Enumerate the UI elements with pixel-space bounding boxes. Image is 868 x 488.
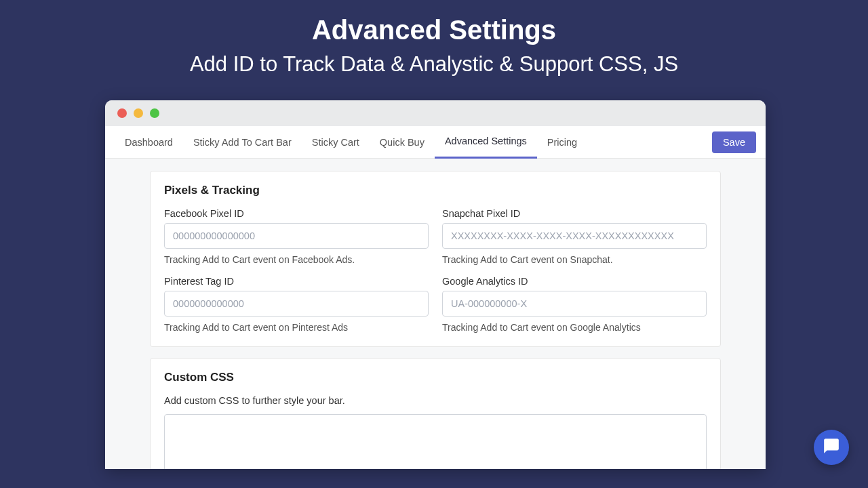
pinterest-tag-label: Pinterest Tag ID — [164, 276, 429, 287]
custom-css-textarea[interactable] — [164, 414, 707, 469]
tab-advanced-settings[interactable]: Advanced Settings — [435, 126, 537, 159]
close-icon[interactable] — [117, 108, 127, 118]
tab-bar: Dashboard Sticky Add To Cart Bar Sticky … — [105, 126, 766, 159]
tab-pricing[interactable]: Pricing — [537, 126, 587, 159]
hero-title: Advanced Settings — [0, 0, 868, 45]
facebook-pixel-help: Tracking Add to Cart event on Facebook A… — [164, 254, 429, 265]
snapchat-field-group: Snapchat Pixel ID Tracking Add to Cart e… — [442, 208, 707, 265]
facebook-pixel-input[interactable] — [164, 223, 429, 249]
google-field-group: Google Analytics ID Tracking Add to Cart… — [442, 276, 707, 333]
google-analytics-label: Google Analytics ID — [442, 276, 707, 287]
pixels-panel-title: Pixels & Tracking — [164, 184, 707, 197]
google-analytics-input[interactable] — [442, 291, 707, 317]
chat-icon — [823, 437, 840, 458]
facebook-field-group: Facebook Pixel ID Tracking Add to Cart e… — [164, 208, 429, 265]
tab-dashboard[interactable]: Dashboard — [115, 126, 183, 159]
snapchat-pixel-help: Tracking Add to Cart event on Snapchat. — [442, 254, 707, 265]
snapchat-pixel-input[interactable] — [442, 223, 707, 249]
pixels-panel: Pixels & Tracking Facebook Pixel ID Trac… — [150, 171, 721, 347]
facebook-pixel-label: Facebook Pixel ID — [164, 208, 429, 219]
google-analytics-help: Tracking Add to Cart event on Google Ana… — [442, 322, 707, 333]
custom-css-panel-title: Custom CSS — [164, 371, 707, 384]
pinterest-tag-help: Tracking Add to Cart event on Pinterest … — [164, 322, 429, 333]
app-window: Dashboard Sticky Add To Cart Bar Sticky … — [105, 100, 766, 469]
tab-sticky-cart[interactable]: Sticky Cart — [302, 126, 370, 159]
snapchat-pixel-label: Snapchat Pixel ID — [442, 208, 707, 219]
pinterest-tag-input[interactable] — [164, 291, 429, 317]
tab-sticky-add-to-cart-bar[interactable]: Sticky Add To Cart Bar — [183, 126, 302, 159]
window-titlebar — [105, 100, 766, 126]
hero-subtitle: Add ID to Track Data & Analystic & Suppo… — [0, 52, 868, 77]
pinterest-field-group: Pinterest Tag ID Tracking Add to Cart ev… — [164, 276, 429, 333]
maximize-icon[interactable] — [150, 108, 159, 118]
content-area: Pixels & Tracking Facebook Pixel ID Trac… — [105, 159, 766, 469]
tab-quick-buy[interactable]: Quick Buy — [370, 126, 435, 159]
minimize-icon[interactable] — [134, 108, 143, 118]
custom-css-panel: Custom CSS Add custom CSS to further sty… — [150, 358, 721, 469]
chat-button[interactable] — [814, 430, 849, 465]
custom-css-description: Add custom CSS to further style your bar… — [164, 395, 707, 406]
save-button[interactable]: Save — [712, 131, 756, 153]
